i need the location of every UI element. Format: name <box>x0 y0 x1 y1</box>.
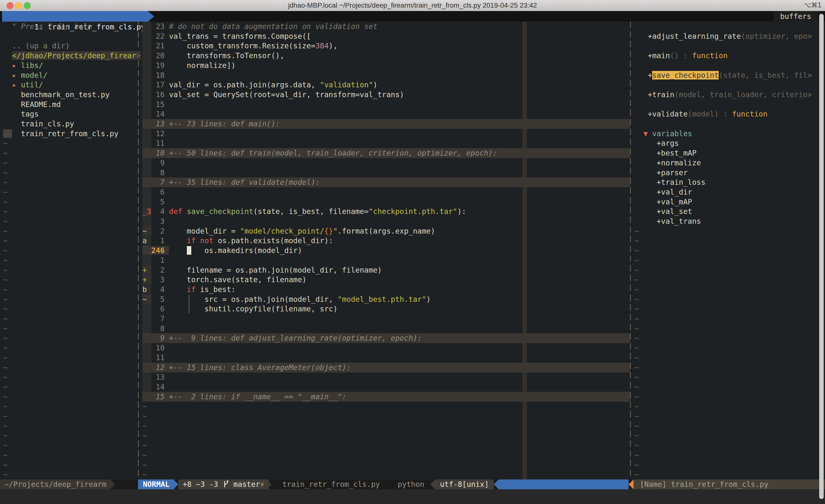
tagbar-row-20[interactable]: +val_set <box>634 206 692 217</box>
code-row-32[interactable]: 8 <box>142 324 169 333</box>
scrollbar-thumb[interactable] <box>819 14 824 499</box>
code-row-6[interactable]: 18 <box>142 70 169 80</box>
code-row-47: ~ <box>142 470 147 480</box>
code-row-9[interactable]: 15 <box>142 100 169 109</box>
tagbar-row-10[interactable]: +validate(model) : function <box>634 109 767 119</box>
tagbar-row-35: ~ <box>634 353 639 363</box>
code-row-27[interactable]: + 3 torch.save(state, filename) <box>142 275 306 285</box>
tagbar-row-2[interactable]: +adjust_learning_rate(optimizer, epo> <box>634 31 812 41</box>
colorcolumn-80 <box>523 22 527 480</box>
nerdtree-row-11[interactable]: train_cls.py <box>3 119 74 129</box>
code-row-3[interactable]: 21 custom_transform.Resize(size=384), <box>142 41 338 51</box>
code-row-13[interactable]: 11 <box>142 139 169 148</box>
tagbar-row-12[interactable]: ▼ variables <box>634 129 692 139</box>
code-row-39[interactable]: 15 +-- 2 lines: if __name__ == "__main__… <box>142 392 630 402</box>
nerdtree-row-1[interactable]: " Press ? for help <box>3 22 92 31</box>
nerdtree-row-3[interactable]: .. (up a dir) <box>3 41 70 51</box>
statusline-position: 86% ≡ 246/284ℓN : 5 <box>499 480 628 489</box>
tagbar-row-17[interactable]: +train_loss <box>634 177 705 187</box>
code-row-8[interactable]: 16 val_set = QuerySet(root=val_dir, tran… <box>142 90 404 100</box>
git-branch-name: master <box>229 480 260 489</box>
code-row-15[interactable]: 9 <box>142 158 169 168</box>
code-row-5[interactable]: 19 normalize]) <box>142 61 235 70</box>
nerdtree-row-12[interactable]: train_retr_from_cls.py <box>3 129 119 139</box>
nerdtree-row-15: ~ <box>3 158 8 168</box>
tagbar-row-19[interactable]: +val_mAP <box>634 197 692 207</box>
tagbar-window-separator[interactable] <box>630 22 631 480</box>
code-row-35[interactable]: 11 <box>142 353 169 363</box>
nerdtree-row-5[interactable]: ▸ libs/ <box>3 61 43 70</box>
tagbar-row-6[interactable]: +save_checkpoint(state, is_best, fil> <box>634 70 812 80</box>
code-row-20[interactable]: _3 4 def save_checkpoint(state, is_best,… <box>142 206 466 217</box>
code-row-4[interactable]: 20 transforms.ToTensor(), <box>142 51 284 61</box>
code-row-2[interactable]: 22 val_trans = transforms.Compose([ <box>142 31 311 41</box>
code-row-14[interactable]: 10 +-- 50 lines: def train(model, train_… <box>142 148 630 158</box>
nerdtree-window-separator[interactable] <box>138 22 139 480</box>
tab-powerline-arrow-icon <box>148 11 154 22</box>
vim-tabline: 1. train_retr_from_cls.py buffers <box>0 11 825 22</box>
nerdtree-row-8[interactable]: benchmark_on_test.py <box>3 90 109 100</box>
nerdtree-row-26: ~ <box>3 265 8 275</box>
tagbar-row-40: ~ <box>634 402 639 411</box>
tagbar-row-13[interactable]: +args <box>634 139 679 148</box>
statusline-mode: NORMAL <box>138 480 174 489</box>
nerdtree-row-34: ~ <box>3 343 8 353</box>
code-row-25[interactable]: 1 <box>142 255 169 265</box>
tagbar-row-21[interactable]: +val_trans <box>634 217 701 226</box>
git-branch-icon <box>223 480 229 489</box>
tagbar-row-27: ~ <box>634 275 639 285</box>
nerdtree-row-32: ~ <box>3 324 8 333</box>
nerdtree-row-6[interactable]: ▸ model/ <box>3 70 48 80</box>
nerdtree-row-43: ~ <box>3 431 8 440</box>
nerdtree-row-10[interactable]: tags <box>3 109 39 119</box>
code-row-1[interactable]: 23 # do not do data augmentation on vali… <box>142 22 377 31</box>
code-row-12[interactable]: 12 <box>142 129 169 139</box>
code-row-36[interactable]: 12 +-- 15 lines: class AverageMeter(obje… <box>142 363 630 372</box>
code-row-34[interactable]: 10 <box>142 343 169 353</box>
code-row-18[interactable]: 6 <box>142 187 169 197</box>
code-row-21[interactable]: 3 <box>142 217 169 226</box>
tagbar-row-16[interactable]: +parser <box>634 168 688 178</box>
tagbar-row-37: ~ <box>634 372 639 382</box>
code-row-37[interactable]: 13 <box>142 372 169 382</box>
tab-train-retr-from-cls[interactable]: 1. train_retr_from_cls.py <box>2 11 148 22</box>
statusline-tagbar-name: [Name] train_retr_from_cls.py <box>633 480 825 489</box>
code-row-23[interactable]: a 1 if not os.path.exists(model_dir): <box>142 236 333 246</box>
code-row-11[interactable]: 13 +-- 73 lines: def main(): <box>142 119 630 129</box>
tagbar-row-15[interactable]: +normalize <box>634 158 701 168</box>
nerdtree-row-39: ~ <box>3 392 8 402</box>
tagbar-row-39: ~ <box>634 392 639 402</box>
code-row-28[interactable]: b 4 if is_best: <box>142 285 235 295</box>
nerdtree-row-29: ~ <box>3 295 8 304</box>
code-row-26[interactable]: + 2 filename = os.path.join(model_dir, f… <box>142 265 382 275</box>
buffers-label: buffers <box>774 11 818 22</box>
tagbar-row-8[interactable]: +train(model, train_loader, criterio> <box>634 90 812 100</box>
powerline-arrow-icon <box>494 480 499 489</box>
code-row-17[interactable]: 7 +-- 35 lines: def validate(model): <box>142 177 630 187</box>
code-row-10[interactable]: 14 <box>142 109 169 119</box>
code-row-29[interactable]: ~ 5 │ src = os.path.join(model_dir, "mod… <box>142 295 431 304</box>
tagbar-row-14[interactable]: +best_mAP <box>634 148 696 158</box>
nerdtree-row-9[interactable]: README.md <box>3 100 61 109</box>
code-row-33[interactable]: 9 +-- 9 lines: def adjust_learning_rate(… <box>142 333 630 343</box>
nerdtree-row-46: ~ <box>3 460 8 470</box>
code-row-38[interactable]: 14 <box>142 382 169 392</box>
code-row-30[interactable]: 6 │ shutil.copyfile(filename, src) <box>142 304 338 314</box>
nerdtree-row-37: ~ <box>3 372 8 382</box>
code-row-24[interactable]: 246 os.makedirs(model_dir) <box>142 246 302 255</box>
vim-command-line[interactable] <box>0 489 825 504</box>
code-row-16[interactable]: 8 <box>142 168 169 178</box>
tagbar-row-18[interactable]: +val_dir <box>634 187 692 197</box>
nerdtree-row-19: ~ <box>3 197 8 207</box>
titlebar: jdhao-MBP.local ~/Projects/deep_firearm/… <box>0 0 825 11</box>
code-row-7[interactable]: 17 val_dir = os.path.join(args.data, "va… <box>142 80 377 90</box>
nerdtree-row-4[interactable]: </jdhao/Projects/deep_firear> <box>3 51 141 61</box>
code-row-22[interactable]: ~ 2 model_dir = "model/check_point/{}".f… <box>142 226 435 236</box>
code-row-31[interactable]: 7 <box>142 314 169 324</box>
tagbar-row-32: ~ <box>634 324 639 333</box>
code-row-19[interactable]: 5 <box>142 197 169 207</box>
tagbar-row-4[interactable]: +main() : function <box>634 51 728 61</box>
nerdtree-row-7[interactable]: ▸ util/ <box>3 80 43 90</box>
tagbar-row-30: ~ <box>634 304 639 314</box>
powerline-arrow-icon <box>430 480 435 489</box>
